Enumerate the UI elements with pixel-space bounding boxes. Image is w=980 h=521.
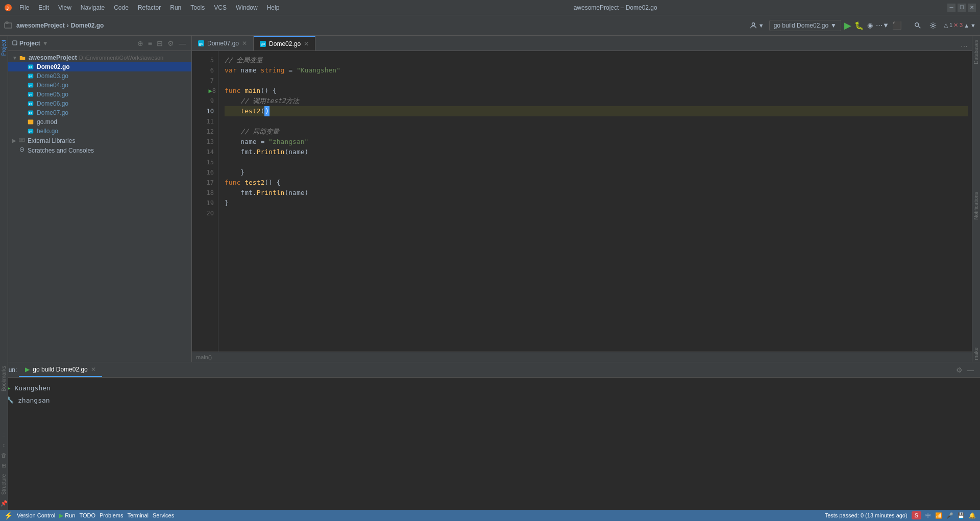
user-settings-button[interactable]: ▼ — [747, 20, 767, 31]
version-control-tab[interactable]: Version Control — [17, 512, 55, 518]
bottom-settings-button[interactable]: ⚙ — [954, 365, 965, 375]
tree-list-button[interactable]: ≡ — [146, 39, 154, 48]
file-tree-header: Project ▼ ⊕ ≡ ⊟ ⚙ — — [8, 36, 191, 51]
status-memory-icon[interactable]: 💾 — [958, 512, 965, 519]
tree-hide-button[interactable]: — — [177, 39, 187, 48]
tab-dome07[interactable]: go Dome07.go ✕ — [192, 36, 254, 51]
line-20: 20 — [192, 208, 218, 218]
tree-root[interactable]: ▼ awesomeProject D:\Environment\GoWorks\… — [8, 53, 191, 62]
menu-navigate[interactable]: Navigate — [77, 3, 109, 12]
problems-tab[interactable]: Problems — [100, 512, 123, 518]
status-lang-icon[interactable]: 中 — [925, 512, 931, 519]
tree-collapse-button[interactable]: ⊟ — [155, 39, 164, 48]
settings-button[interactable] — [926, 20, 940, 31]
menu-file[interactable]: File — [15, 3, 33, 12]
menu-vcs[interactable]: VCS — [210, 3, 231, 12]
svg-rect-21 — [28, 120, 34, 125]
bookmark-grid-button[interactable]: ⊞ — [1, 461, 7, 470]
menu-code[interactable]: Code — [110, 3, 133, 12]
tree-item-gomod[interactable]: go.mod — [8, 117, 191, 127]
structure-pin-button[interactable]: 📌 — [0, 499, 9, 508]
tree-item-dome02[interactable]: go Dome02.go — [8, 62, 191, 71]
search-everywhere-button[interactable] — [911, 20, 924, 31]
project-panel-label[interactable]: Project — [0, 38, 8, 58]
more-run-button[interactable]: ⋯▼ — [875, 20, 890, 30]
tree-item-dome06[interactable]: go Dome06.go — [8, 99, 191, 108]
tree-item-dome07[interactable]: go Dome07.go — [8, 108, 191, 117]
close-button[interactable]: ✕ — [968, 4, 976, 12]
code-editor[interactable]: 5 6 7 ▶8 9 10 11 12 13 14 15 16 17 18 19… — [192, 51, 972, 352]
tree-settings-button[interactable]: ⚙ — [166, 39, 176, 48]
code-line-17: func test2 () { — [225, 178, 968, 188]
tree-external-libraries[interactable]: ▶ External Libraries — [8, 136, 191, 145]
go-file-icon-4: go — [27, 91, 35, 97]
menu-edit[interactable]: Edit — [34, 3, 53, 12]
bottom-tab-close[interactable]: ✕ — [91, 366, 96, 373]
menu-view[interactable]: View — [54, 3, 76, 12]
bookmark-delete-button[interactable]: 🗑 — [0, 451, 8, 459]
code-lines[interactable]: // 全局变量 var name string = "Kuangshen" fu… — [218, 51, 972, 352]
status-network-icon[interactable]: 📶 — [935, 512, 942, 519]
warnings-nav-up[interactable]: ▲ — [964, 22, 969, 29]
bookmark-sort-button[interactable]: ↕ — [2, 441, 7, 449]
editor-breadcrumb: main() — [192, 352, 972, 362]
status-mic-icon[interactable]: 🎤 — [946, 512, 953, 519]
services-tab[interactable]: Services — [153, 512, 174, 518]
todo-tab[interactable]: TODO — [79, 512, 95, 518]
minimize-button[interactable]: ─ — [947, 4, 955, 12]
go-file-icon-7: go — [27, 128, 35, 134]
status-notification-icon[interactable]: 🔔 — [969, 512, 976, 519]
structure-panel-label[interactable]: Structure — [0, 472, 8, 497]
debug-button[interactable]: 🐛 — [853, 20, 865, 31]
bottom-panel: Run: ▶ go build Dome02.go ✕ ⚙ — ▶ Kuangs… — [0, 362, 980, 510]
tab-dome02[interactable]: go Dome02.go ✕ — [254, 36, 315, 51]
run-config-selector[interactable]: go build Dome02.go ▼ — [769, 20, 841, 31]
tab-dome07-close[interactable]: ✕ — [242, 40, 247, 47]
tree-item-dome03[interactable]: go Dome03.go — [8, 71, 191, 81]
file-tree: Project ▼ ⊕ ≡ ⊟ ⚙ — ▼ awesomeProject D:\… — [8, 36, 192, 362]
statusbar: ⚡ Version Control ▶ Run TODO Problems Te… — [0, 510, 980, 521]
output-text-2: zhangsan — [18, 396, 50, 404]
bottom-tab-run[interactable]: ▶ go build Dome02.go ✕ — [19, 363, 102, 377]
make-panel-label[interactable]: make — [972, 345, 980, 362]
tree-dropdown-arrow[interactable]: ▼ — [42, 40, 48, 47]
notifications-panel-label[interactable]: Notifications — [972, 190, 980, 221]
tree-item-dome05[interactable]: go Dome05.go — [8, 90, 191, 99]
tree-file-hello-label: hello.go — [37, 128, 58, 135]
svg-text:J: J — [6, 6, 9, 11]
coverage-button[interactable]: ◉ — [866, 20, 874, 30]
menu-help[interactable]: Help — [263, 3, 284, 12]
run-button[interactable]: ▶ — [843, 19, 852, 32]
output-text-1: Kuangshen — [14, 384, 50, 392]
stop-button[interactable]: ⬛ — [891, 20, 903, 31]
menu-window[interactable]: Window — [232, 3, 262, 12]
databases-panel-label[interactable]: Databases — [972, 38, 980, 66]
tree-scratches[interactable]: Scratches and Consoles — [8, 145, 191, 155]
menu-run[interactable]: Run — [166, 3, 185, 12]
bookmark-list-button[interactable]: ≡ — [1, 431, 6, 439]
warnings-nav-down[interactable]: ▼ — [970, 22, 976, 29]
run-arrow-icon: ▶ — [209, 87, 212, 94]
breadcrumb-file[interactable]: Dome02.go — [71, 22, 104, 29]
menu-refactor[interactable]: Refactor — [134, 3, 165, 12]
maximize-button[interactable]: ☐ — [958, 4, 966, 12]
breadcrumb-project[interactable]: awesomeProject — [16, 22, 65, 29]
folder-icon — [18, 55, 27, 61]
status-brand-icon[interactable]: S — [912, 511, 921, 519]
bookmarks-panel-label[interactable]: Bookmarks — [0, 364, 8, 393]
line-17: 17 — [192, 178, 218, 188]
run-config-label: go build Dome02.go — [774, 22, 828, 29]
tab-dome02-close[interactable]: ✕ — [304, 40, 309, 47]
bottom-hide-button[interactable]: — — [965, 365, 976, 375]
tabs-more-button[interactable]: ⋯ — [957, 42, 972, 51]
run-output: ▶ Kuangshen 🔧 zhangsan — [0, 378, 980, 510]
go-file-icon-3: go — [27, 82, 35, 88]
terminal-tab[interactable]: Terminal — [127, 512, 149, 518]
tab-dome07-icon: go — [198, 40, 204, 46]
tree-new-button[interactable]: ⊕ — [136, 39, 145, 48]
tree-item-dome04[interactable]: go Dome04.go — [8, 81, 191, 90]
run-tab[interactable]: ▶ Run — [59, 512, 75, 519]
tree-item-hello[interactable]: go hello.go — [8, 127, 191, 136]
menu-tools[interactable]: Tools — [186, 3, 209, 12]
warnings-indicator[interactable]: △ 1 ✕ 3 ▲ ▼ — [944, 22, 976, 29]
